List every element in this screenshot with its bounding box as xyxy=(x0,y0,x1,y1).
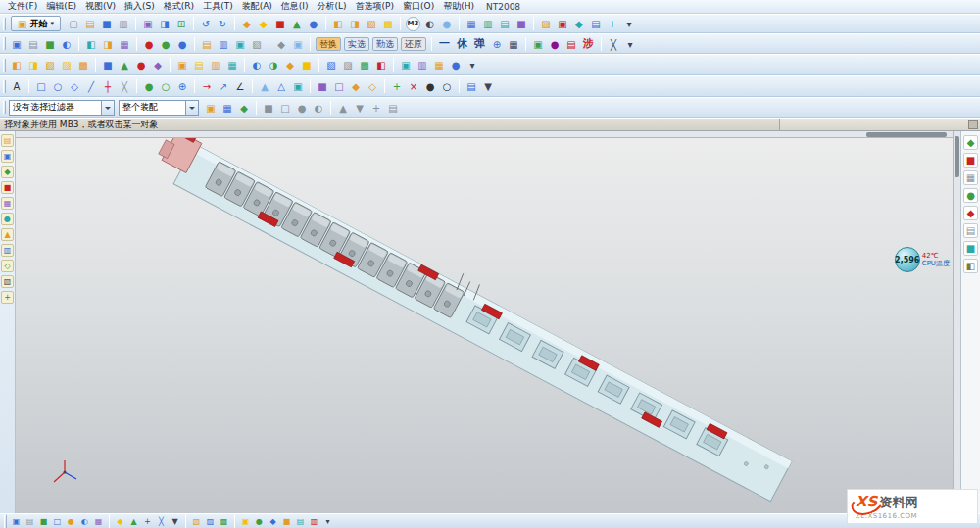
toolbar-icon[interactable]: ● xyxy=(133,57,149,72)
toolbar-icon[interactable]: ▣ xyxy=(9,36,24,52)
part-thumbnail[interactable]: ▤ xyxy=(963,223,978,238)
toolbar-icon[interactable]: ■ xyxy=(99,16,115,31)
toolbar-icon[interactable]: ◆ xyxy=(1,166,14,178)
toolbar-icon[interactable]: ▤ xyxy=(588,16,604,31)
part-thumbnail[interactable]: ■ xyxy=(963,241,978,256)
toolbar-icon[interactable]: ▦ xyxy=(117,36,132,52)
toolbar-icon[interactable]: ■ xyxy=(280,515,293,528)
toolbar-icon[interactable]: ■ xyxy=(37,515,50,528)
toolbar-icon[interactable]: ▥ xyxy=(1,244,14,257)
horizontal-scrollbar-thumb[interactable] xyxy=(866,132,947,137)
toolbar-icon[interactable]: ■ xyxy=(299,57,315,72)
toolbar-icon[interactable]: ▤ xyxy=(564,36,579,52)
toolbar-icon[interactable]: ◐ xyxy=(249,57,265,72)
toolbar-icon[interactable]: ● xyxy=(141,36,157,52)
toolbar-icon[interactable]: ▥ xyxy=(208,57,223,72)
toolbar-icon[interactable]: ▤ xyxy=(82,16,98,31)
cpu-monitor-widget[interactable]: 2,596 42℃ CPU温度 xyxy=(895,247,950,272)
strip-layout-model[interactable] xyxy=(16,131,953,513)
toolbar-icon[interactable]: ▨ xyxy=(204,515,217,528)
toolbar-icon[interactable]: ▧ xyxy=(364,16,379,31)
toolbar-icon[interactable]: ⊕ xyxy=(174,78,190,94)
toolbar-icon[interactable]: ▣ xyxy=(398,57,414,72)
toolbar-grip[interactable] xyxy=(3,59,6,72)
char-button-1[interactable]: 一 xyxy=(437,37,452,51)
part-thumbnail[interactable]: ▦ xyxy=(963,170,978,185)
toolbar-icon[interactable]: ● xyxy=(253,515,266,528)
toolbar-icon[interactable]: ▣ xyxy=(140,16,156,31)
toolbar-icon[interactable]: ▲ xyxy=(127,515,140,528)
part-thumbnail[interactable]: ■ xyxy=(963,153,978,168)
toolbar-icon[interactable]: ▦ xyxy=(1,197,14,210)
toolbar-icon[interactable]: + xyxy=(605,16,620,31)
toolbar-icon[interactable]: ▦ xyxy=(431,57,447,72)
char-button-2[interactable]: 休 xyxy=(455,37,469,51)
menu-item[interactable]: 装配(A) xyxy=(238,0,276,13)
toolbar-icon[interactable]: ▣ xyxy=(232,36,248,52)
toolbar-icon[interactable]: ▤ xyxy=(24,515,36,528)
toolbar-icon[interactable]: ◐ xyxy=(78,515,91,528)
toolbar-icon[interactable]: ▩ xyxy=(380,16,396,31)
toolbar-icon[interactable]: ▤ xyxy=(199,36,215,52)
toolbar-icon[interactable]: ◆ xyxy=(256,16,271,31)
toolbar-icon[interactable]: ◇ xyxy=(67,78,82,94)
toolbar-icon[interactable]: ▲ xyxy=(257,78,272,94)
toolbar-icon[interactable]: + xyxy=(141,515,154,528)
toolbar-icon[interactable]: ■ xyxy=(1,181,14,194)
part-thumbnail[interactable]: ● xyxy=(963,188,978,203)
toolbar-icon[interactable]: ○ xyxy=(50,78,66,94)
toolbar-icon[interactable]: ◐ xyxy=(422,16,438,31)
prompt-bar-button[interactable] xyxy=(968,120,978,129)
toolbar-icon[interactable]: ◇ xyxy=(365,78,380,94)
toolbar-icon[interactable]: ▣ xyxy=(203,100,219,116)
toolbar-icon[interactable]: + xyxy=(1,291,14,304)
toolbar-icon[interactable]: ◧ xyxy=(9,57,24,72)
toolbar-icon[interactable]: × xyxy=(406,78,421,94)
toolbar-icon[interactable]: ■ xyxy=(514,16,529,31)
toolbar-icon[interactable]: ■ xyxy=(261,100,276,116)
toolbar-icon[interactable]: ▲ xyxy=(289,16,305,31)
toolbar-icon[interactable]: ▲ xyxy=(117,57,132,72)
toolbar-icon[interactable]: ▧ xyxy=(249,36,265,52)
toolbar-icon[interactable]: ▢ xyxy=(66,16,81,31)
toolbar-icon[interactable]: ○ xyxy=(439,78,455,94)
toolbar-icon[interactable]: ▧ xyxy=(42,57,58,72)
toolbar-icon[interactable]: ▣ xyxy=(530,36,546,52)
toolbar-icon[interactable]: ▧ xyxy=(1,275,14,288)
toolbar-icon[interactable]: ╳ xyxy=(606,36,621,52)
restore-chip[interactable]: 还原 xyxy=(401,37,426,51)
toolbar-icon[interactable]: ⊞ xyxy=(173,16,189,31)
toolbar-icon[interactable]: ╳ xyxy=(155,515,168,528)
toolbar-icon[interactable]: ▦ xyxy=(506,36,521,52)
toolbar-icon[interactable]: ▤ xyxy=(1,134,14,147)
toolbar-icon[interactable]: ▨ xyxy=(59,57,74,72)
toolbar-icon[interactable]: ▾ xyxy=(465,57,480,72)
cpu-speed-badge[interactable]: 2,596 xyxy=(895,247,920,272)
menu-item[interactable]: 格式(R) xyxy=(160,0,198,13)
toolbar-icon[interactable]: □ xyxy=(33,78,49,94)
toolbar-grip[interactable] xyxy=(3,18,6,30)
start-menu-button[interactable]: ▣ 开始 ▾ xyxy=(11,16,61,31)
toolbar-icon[interactable]: ▣ xyxy=(290,78,306,94)
toolbar-icon[interactable]: ◆ xyxy=(267,515,279,528)
toolbar-icon[interactable]: ◆ xyxy=(114,515,126,528)
toolbar-icon[interactable]: ● xyxy=(174,36,190,52)
toolbar-icon[interactable]: ┼ xyxy=(100,78,116,94)
menu-item[interactable]: 文件(F) xyxy=(4,0,41,13)
toolbar-icon[interactable]: ◆ xyxy=(273,36,289,52)
menu-item[interactable]: 信息(I) xyxy=(277,0,313,13)
toolbar-icon[interactable]: ◆ xyxy=(571,16,587,31)
toolbar-icon[interactable]: ▼ xyxy=(480,78,496,94)
toolbar-icon[interactable]: ▧ xyxy=(323,57,339,72)
toolbar-icon[interactable]: ▥ xyxy=(216,36,231,52)
toolbar-icon[interactable]: ╱ xyxy=(83,78,99,94)
toolbar-icon[interactable]: ● xyxy=(294,100,310,116)
toolbar-icon[interactable]: □ xyxy=(331,78,347,94)
toolbar-icon[interactable]: ◨ xyxy=(100,36,116,52)
toolbar-icon[interactable]: ▦ xyxy=(220,100,235,116)
char-button-3[interactable]: 弹 xyxy=(472,37,487,51)
toolbar-icon[interactable]: ◑ xyxy=(266,57,281,72)
menu-item[interactable]: 视图(V) xyxy=(81,0,120,13)
toolbar-icon[interactable]: ◆ xyxy=(236,100,252,116)
part-thumbnail[interactable]: ◆ xyxy=(963,135,978,150)
